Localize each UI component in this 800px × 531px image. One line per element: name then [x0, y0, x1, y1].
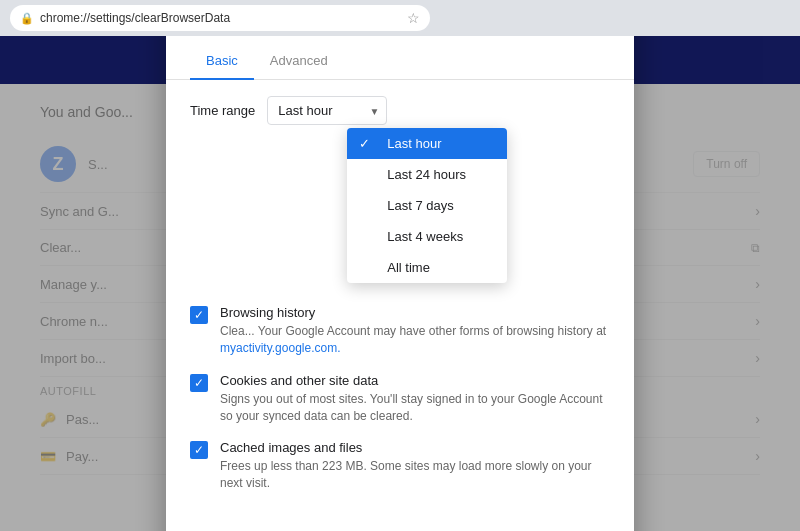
modal-title: Clear browsing data — [166, 36, 634, 43]
cookies-checkbox[interactable]: ✓ — [190, 374, 208, 392]
browser-bar: 🔒 chrome://settings/clearBrowserData ☆ — [0, 0, 800, 36]
cookies-title: Cookies and other site data — [220, 373, 610, 388]
browsing-history-item: ✓ Browsing history Clea... Your Google A… — [190, 305, 610, 357]
cookies-desc: Signs you out of most sites. You'll stay… — [220, 391, 610, 425]
check-icon-2: ✓ — [194, 377, 204, 389]
cached-content: Cached images and files Frees up less th… — [220, 440, 610, 492]
dropdown-item-last-4[interactable]: Last 4 weeks — [347, 221, 507, 252]
activity-link[interactable]: myactivity.google.com. — [220, 341, 341, 355]
cookies-item: ✓ Cookies and other site data Signs you … — [190, 373, 610, 425]
check-icon: ✓ — [194, 309, 204, 321]
browsing-history-title: Browsing history — [220, 305, 610, 320]
browsing-history-content: Browsing history Clea... Your Google Acc… — [220, 305, 610, 357]
modal-footer: Cancel Clear data — [166, 524, 634, 531]
time-range-dropdown[interactable]: Last hour Last 24 hours Last 7 days Last… — [347, 128, 507, 283]
check-icon-3: ✓ — [194, 444, 204, 456]
time-range-select[interactable]: Last hour — [267, 96, 387, 125]
cached-checkbox[interactable]: ✓ — [190, 441, 208, 459]
browsing-history-desc: Clea... Your Google Account may have oth… — [220, 323, 610, 357]
lock-icon: 🔒 — [20, 12, 34, 25]
bookmark-icon[interactable]: ☆ — [407, 10, 420, 26]
url-bar[interactable]: 🔒 chrome://settings/clearBrowserData ☆ — [10, 5, 430, 31]
cached-title: Cached images and files — [220, 440, 610, 455]
dropdown-item-last-7[interactable]: Last 7 days — [347, 190, 507, 221]
tab-basic[interactable]: Basic — [190, 43, 254, 80]
cookies-content: Cookies and other site data Signs you ou… — [220, 373, 610, 425]
time-range-row: Time range Last hour ▼ Last hour Last 24… — [190, 96, 610, 125]
dropdown-item-all-time[interactable]: All time — [347, 252, 507, 283]
modal-tabs: Basic Advanced — [166, 43, 634, 80]
url-text: chrome://settings/clearBrowserData — [40, 11, 230, 25]
clear-browsing-data-modal: Clear browsing data Basic Advanced Time … — [166, 36, 634, 531]
tab-advanced[interactable]: Advanced — [254, 43, 344, 80]
time-range-label: Time range — [190, 103, 255, 118]
browsing-history-checkbox[interactable]: ✓ — [190, 306, 208, 324]
cached-item: ✓ Cached images and files Frees up less … — [190, 440, 610, 492]
selected-option: Last hour — [278, 103, 332, 118]
settings-page: 🔍 Search settings You and Goo... Z S... … — [0, 36, 800, 531]
dropdown-item-last-hour[interactable]: Last hour — [347, 128, 507, 159]
time-range-select-wrapper: Last hour ▼ Last hour Last 24 hours Last… — [267, 96, 387, 125]
dropdown-item-last-24[interactable]: Last 24 hours — [347, 159, 507, 190]
modal-body: Time range Last hour ▼ Last hour Last 24… — [166, 80, 634, 524]
cached-desc: Frees up less than 223 MB. Some sites ma… — [220, 458, 610, 492]
